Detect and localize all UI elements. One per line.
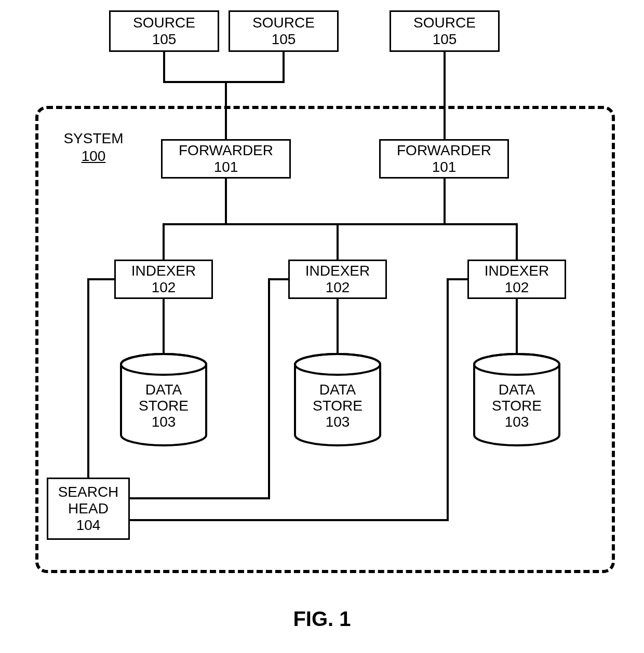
connector (130, 497, 270, 499)
datastore-label2: STORE (139, 398, 189, 414)
indexer-label: INDEXER (131, 263, 196, 279)
connector (283, 52, 285, 83)
datastore-label2: STORE (313, 398, 363, 414)
connector (163, 299, 165, 354)
datastore-label1: DATA (145, 382, 182, 398)
connector (163, 223, 518, 225)
connector (130, 519, 449, 521)
system-label-ref: 100 (82, 148, 106, 164)
forwarder-label: FORWARDER (179, 142, 273, 159)
connector (337, 299, 339, 354)
indexer-ref: 102 (505, 279, 529, 296)
forwarder-ref: 101 (214, 159, 238, 175)
source-label: SOURCE (413, 15, 476, 31)
indexer-ref: 102 (152, 279, 176, 296)
figure-caption: FIG. 1 (0, 607, 644, 631)
connector (87, 278, 116, 280)
source-ref: 105 (272, 31, 296, 48)
datastore-label1: DATA (319, 382, 356, 398)
datastore-label2: STORE (492, 398, 542, 414)
source-box: SOURCE 105 (229, 10, 339, 52)
connector (163, 81, 226, 83)
forwarder-label: FORWARDER (397, 142, 491, 159)
datastore-cylinder: DATA STORE 103 (293, 353, 382, 446)
source-ref: 105 (433, 31, 457, 48)
connector (447, 278, 469, 280)
source-label: SOURCE (252, 15, 315, 31)
source-ref: 105 (152, 31, 177, 48)
forwarder-box: FORWARDER 101 (379, 139, 509, 179)
connector (444, 179, 446, 223)
connector (268, 278, 290, 280)
connector (163, 223, 165, 260)
indexer-ref: 102 (326, 279, 350, 296)
connector (516, 299, 518, 354)
indexer-box: INDEXER 102 (467, 260, 566, 299)
connector (337, 223, 339, 260)
system-label-text: SYSTEM (63, 130, 123, 146)
indexer-box: INDEXER 102 (114, 260, 213, 299)
datastore-cylinder: DATA STORE 103 (119, 353, 208, 446)
connector (225, 81, 227, 139)
indexer-label: INDEXER (485, 263, 549, 279)
figure-canvas: SYSTEM 100 SOURCE 105 SOURCE 105 SOURCE … (0, 0, 644, 653)
connector (516, 223, 518, 260)
search-head-box: SEARCH HEAD 104 (47, 478, 130, 540)
forwarder-ref: 101 (432, 159, 457, 175)
source-box: SOURCE 105 (390, 10, 500, 52)
connector (447, 278, 449, 521)
forwarder-box: FORWARDER 101 (161, 139, 291, 179)
datastore-cylinder: DATA STORE 103 (473, 353, 561, 446)
connector (225, 179, 227, 223)
connector (225, 81, 285, 83)
search-head-ref: 104 (76, 517, 101, 534)
datastore-label1: DATA (499, 382, 535, 398)
indexer-label: INDEXER (305, 263, 370, 279)
source-box: SOURCE 105 (109, 10, 219, 52)
datastore-ref: 103 (505, 414, 529, 430)
system-label: SYSTEM 100 (57, 130, 130, 165)
connector (268, 278, 270, 499)
datastore-ref: 103 (152, 414, 176, 430)
search-head-label1: SEARCH (58, 484, 119, 500)
datastore-ref: 103 (326, 414, 350, 430)
connector (163, 52, 165, 83)
connector (87, 278, 89, 478)
connector (444, 52, 446, 139)
source-label: SOURCE (133, 15, 195, 31)
indexer-box: INDEXER 102 (288, 260, 387, 299)
search-head-label2: HEAD (68, 500, 109, 517)
